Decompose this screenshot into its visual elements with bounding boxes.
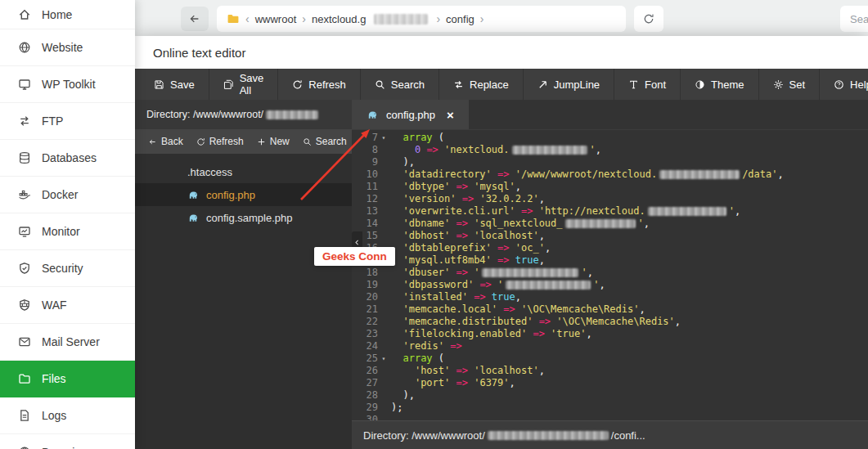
sidebar-item-docker[interactable]: Docker (0, 177, 135, 213)
button-label: New (270, 136, 290, 147)
sidebar-item-ftp[interactable]: FTP (0, 103, 135, 140)
folder-icon (227, 12, 240, 25)
font-icon (628, 79, 639, 90)
sidebar: HomeWebsiteWP ToolkitFTPDatabasesDockerM… (0, 0, 135, 449)
back-button[interactable] (181, 7, 209, 31)
sidebar-item-label: Domains (42, 446, 87, 449)
button-label: Theme (711, 79, 744, 91)
sidebar-item-logs[interactable]: Logs (0, 397, 135, 434)
db-icon (18, 151, 31, 164)
refresh-button[interactable]: Refresh (278, 69, 361, 100)
refresh-button[interactable]: Refresh (190, 129, 250, 154)
sidebar-menu: HomeWebsiteWP ToolkitFTPDatabasesDockerM… (0, 0, 135, 449)
code-line: 13 'overwrite.cli.url' => 'http://nextcl… (352, 205, 868, 218)
line-number: 8 (352, 144, 380, 156)
file-list: .htaccessconfig.phpconfig.sample.php (135, 154, 352, 449)
code-editor[interactable]: 7▾ array (8 0 => 'nextcloud.',9 ),10 'da… (352, 130, 868, 420)
refresh-button[interactable] (634, 6, 663, 32)
sidebar-item-mail-server[interactable]: Mail Server (0, 324, 135, 361)
sidebar-item-monitor[interactable]: Monitor (0, 213, 135, 250)
help-button[interactable]: Help (820, 69, 868, 100)
top-bar: ‹ wwwroot›nextcloud.g›config› Search (135, 0, 868, 38)
code-line: 20 'installed' => true, (352, 291, 868, 303)
file-panel: Directory: /www/wwwroot/ BackRefreshNewS… (135, 100, 352, 449)
save-all-button[interactable]: Save All (209, 69, 279, 100)
jumpline-button[interactable]: JumpLine (524, 69, 614, 100)
line-number: 10 (352, 168, 380, 181)
breadcrumb-segment[interactable]: wwwroot (255, 13, 297, 25)
redacted-blur (488, 431, 609, 440)
fold-marker-icon: ▾ (380, 352, 388, 365)
breadcrumb-segment[interactable]: nextcloud.g (312, 13, 367, 25)
line-number: 7 (352, 132, 380, 144)
sidebar-item-security[interactable]: Security (0, 250, 135, 287)
button-label: Back (161, 136, 183, 147)
file-panel-toolbar: BackRefreshNewSearch (135, 129, 352, 154)
sidebar-item-waf[interactable]: WAF (0, 287, 135, 324)
back-button[interactable]: Back (142, 129, 190, 154)
line-number: 19 (352, 279, 380, 291)
chevron-left-icon (353, 239, 361, 246)
close-icon[interactable]: × (447, 108, 454, 122)
chevron-right-icon: › (480, 12, 484, 25)
line-number: 18 (352, 267, 380, 279)
line-number: 14 (352, 218, 380, 230)
line-number: 22 (352, 316, 380, 328)
save-button[interactable]: Save (140, 69, 209, 100)
line-number: 20 (352, 291, 380, 303)
breadcrumb-segment[interactable]: config (446, 13, 474, 25)
file-name: config.sample.php (206, 212, 293, 224)
line-number: 25 (352, 352, 380, 365)
sidebar-item-label: Logs (42, 409, 66, 422)
button-label: Save All (240, 72, 264, 97)
sidebar-item-databases[interactable]: Databases (0, 140, 135, 177)
chevron-right-icon: › (302, 12, 306, 25)
refresh-icon (196, 137, 205, 146)
chevron-right-icon: › (436, 12, 440, 25)
breadcrumb-path: wwwroot›nextcloud.g›config› (255, 12, 484, 25)
file-item-config-sample-php[interactable]: config.sample.php (135, 206, 352, 229)
redacted-blur (648, 207, 726, 216)
line-number: 11 (352, 181, 380, 193)
php-file-icon (367, 109, 379, 121)
new-button[interactable]: New (250, 129, 296, 154)
sidebar-item-label: Security (42, 262, 83, 275)
directory-path-text: Directory: /www/wwwroot/ (146, 109, 263, 120)
button-label: Search (316, 136, 347, 147)
code-line: 18 'dbuser' => '', (352, 267, 868, 279)
home-icon (18, 8, 31, 21)
search-button[interactable]: Search (296, 129, 353, 154)
font-button[interactable]: Font (614, 69, 681, 100)
sidebar-item-wp-toolkit[interactable]: WP Toolkit (0, 66, 135, 103)
replace-button[interactable]: Replace (439, 69, 524, 100)
file-item-config-php[interactable]: config.php (135, 183, 352, 206)
code-line: 28 ), (352, 389, 868, 402)
code-line: 7▾ array ( (352, 132, 868, 144)
search-icon (375, 79, 385, 90)
file-item-htaccess[interactable]: .htaccess (135, 160, 352, 183)
sidebar-item-label: WAF (42, 299, 67, 312)
search-input[interactable]: Search (840, 6, 868, 32)
annotation-label-text: Geeks Conn (322, 250, 387, 263)
sidebar-item-files[interactable]: Files (0, 361, 135, 397)
theme-button[interactable]: Theme (681, 69, 758, 100)
plus-icon (257, 137, 266, 146)
code-line: 30 (352, 414, 868, 420)
search-button[interactable]: Search (361, 69, 439, 100)
chevron-left-icon: ‹ (245, 12, 250, 25)
sidebar-item-home[interactable]: Home (0, 0, 135, 29)
sidebar-item-domains[interactable]: Domains (0, 434, 135, 449)
line-number: 24 (352, 340, 380, 352)
refresh-icon (292, 79, 303, 90)
set-button[interactable]: Set (759, 69, 821, 100)
online-text-editor-modal: Online text editor SaveSave AllRefreshSe… (135, 36, 868, 449)
line-number: 26 (352, 365, 380, 377)
tab-config-php[interactable]: config.php × (352, 100, 469, 129)
docker-icon (18, 188, 31, 201)
globe-icon (18, 446, 31, 449)
sidebar-item-website[interactable]: Website (0, 29, 135, 66)
save-icon (154, 79, 164, 90)
status-bar: Directory: /www/wwwroot/ /confi... (352, 420, 868, 449)
button-label: Save (170, 79, 195, 91)
code-line: 21 'memcache.local' => '\OC\Memcache\Red… (352, 303, 868, 316)
